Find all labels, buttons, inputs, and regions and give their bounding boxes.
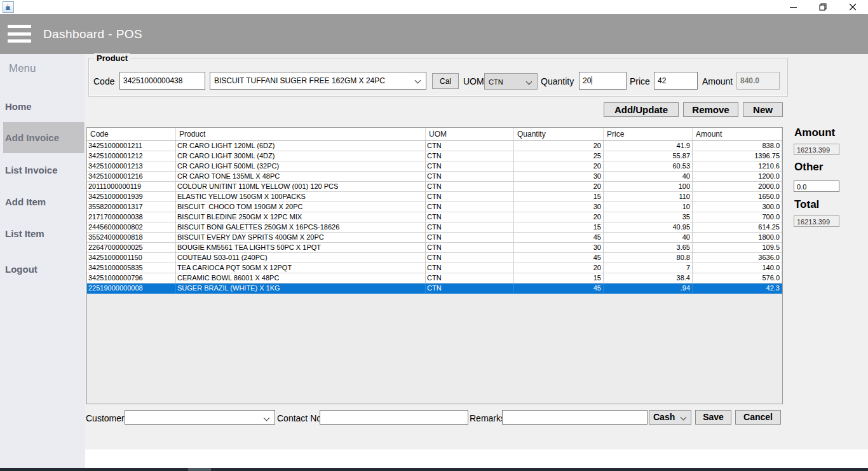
table-cell: 40.95 (604, 222, 693, 232)
column-header[interactable]: Code (87, 128, 176, 140)
chevron-down-icon (681, 414, 687, 421)
table-cell: 300.0 (693, 202, 782, 212)
table-cell: 34251000001212 (87, 151, 176, 161)
table-cell: CR CARO LIGHT 500ML (32PC) (176, 161, 426, 171)
table-cell: CR CARO LIGHT 120ML (6DZ) (176, 141, 426, 151)
save-button[interactable]: Save (695, 410, 731, 425)
sidebar-item-add-item[interactable]: Add Item (5, 196, 46, 207)
table-row[interactable]: 24456000000802BISCUIT BONI GALETTES 250G… (87, 222, 782, 233)
table-cell: BOUGIE KM5561 TEA LIGHTS 50PC X 1PQT (176, 243, 426, 252)
table-row[interactable]: 22519000000008SUGER BRAZIL (WHITE) X 1KG… (87, 283, 782, 294)
table-cell: 614.25 (693, 222, 782, 232)
table-cell: 60.53 (604, 161, 693, 171)
price-input[interactable]: 42 (654, 72, 698, 90)
table-row[interactable]: 34251000001150COUTEAU S03-011 (240PC)CTN… (87, 253, 782, 263)
java-coffee-icon (4, 3, 12, 11)
close-button[interactable] (837, 0, 868, 14)
table-cell: 30 (514, 202, 604, 212)
table-cell: 34251000001216 (87, 172, 176, 181)
pos-app-window: Dashboard - POS Menu Home Add Invoice Li… (0, 0, 868, 471)
table-cell: 20111000000119 (87, 182, 176, 191)
minimize-button[interactable] (779, 0, 808, 14)
text-caret (592, 76, 592, 85)
table-row[interactable]: 35524000000818BISCUIT EVERY DAY SPRITS 4… (87, 233, 782, 243)
table-cell: CTN (426, 253, 514, 263)
table-row[interactable]: 34251000001939ELASTIC YELLOW 150GM X 100… (87, 192, 782, 202)
taskbar-active-app-segment (188, 468, 211, 471)
add-update-button[interactable]: Add/Update (604, 102, 679, 117)
column-header[interactable]: UOM (426, 128, 514, 140)
contact-no-label: Contact No (277, 413, 322, 423)
quantity-label: Quantity (541, 76, 574, 86)
contact-no-input[interactable] (320, 410, 468, 425)
table-cell: 45 (514, 233, 604, 242)
table-cell: 22647000000025 (87, 243, 176, 252)
table-cell: CR CARO TONE 135ML X 48PC (176, 172, 426, 181)
sidebar-item-label: Add Invoice (5, 132, 59, 143)
table-cell: 100 (604, 182, 693, 191)
table-cell: CTN (426, 151, 514, 161)
table-row[interactable]: 20111000000119COLOUR UNITINT 110ML YELLO… (87, 182, 782, 192)
sidebar-item-list-invoice[interactable]: List Invoice (5, 165, 58, 175)
java-app-icon (3, 1, 14, 13)
table-cell: CTN (426, 233, 514, 242)
remarks-input[interactable] (502, 410, 648, 425)
table-cell: 1650.0 (693, 192, 782, 201)
table-cell: 42.3 (693, 283, 782, 293)
table-cell: COUTEAU S03-011 (240PC) (176, 253, 426, 263)
table-cell: 3.65 (604, 243, 693, 252)
column-header[interactable]: Price (604, 128, 693, 140)
table-cell: 140.0 (693, 263, 782, 273)
new-button[interactable]: New (743, 102, 783, 117)
uom-select[interactable]: CTN (484, 73, 538, 90)
table-cell: CERAMIC BOWL 86001 X 48PC (176, 273, 426, 283)
cal-button[interactable]: Cal (432, 73, 459, 89)
table-row[interactable]: 34251000005835TEA CARIOCA PQT 50GM X 12P… (87, 263, 782, 273)
column-header[interactable]: Amount (693, 128, 782, 140)
product-select[interactable]: BISCUIT TUFFANI SUGER FREE 162GM X 24PC (210, 72, 426, 90)
column-header[interactable]: Product (176, 128, 426, 140)
table-row[interactable]: 21717000000038BISCUIT BLEDINE 250GM X 12… (87, 212, 782, 222)
code-label: Code (93, 76, 114, 86)
remove-button[interactable]: Remove (683, 102, 738, 117)
customer-select[interactable] (125, 410, 275, 425)
table-cell: 35 (604, 212, 693, 222)
table-row[interactable]: 34251000001213CR CARO LIGHT 500ML (32PC)… (87, 161, 782, 172)
table-row[interactable]: 35582000001317BISCUIT CHOCO TOM 190GM X … (87, 202, 782, 212)
quantity-input[interactable]: 20 (579, 72, 627, 90)
restore-button[interactable] (808, 0, 837, 14)
column-header[interactable]: Quantity (514, 128, 604, 140)
payment-type-select[interactable]: Cash (649, 410, 691, 425)
table-row[interactable]: 34251000001211CR CARO LIGHT 120ML (6DZ)C… (87, 141, 782, 151)
table-cell: 35524000000818 (87, 233, 176, 242)
product-groupbox-title: Product (94, 53, 130, 63)
sidebar-item-home[interactable]: Home (5, 101, 32, 112)
other-input[interactable]: 0.0 (794, 181, 839, 192)
chevron-down-icon (415, 78, 421, 84)
table-row[interactable]: 34251000001212CR CARO LIGHT 300ML (4DZ)C… (87, 151, 782, 161)
table-header-row: CodeProductUOMQuantityPriceAmount (87, 128, 782, 141)
table-cell: CTN (426, 222, 514, 232)
table-cell: ELASTIC YELLOW 150GM X 100PACKS (176, 192, 426, 201)
table-row[interactable]: 34251000001216CR CARO TONE 135ML X 48PCC… (87, 172, 782, 182)
table-row[interactable]: 22647000000025BOUGIE KM5561 TEA LIGHTS 5… (87, 243, 782, 253)
sidebar-item-logout[interactable]: Logout (5, 264, 37, 275)
table-cell: 34251000000796 (87, 273, 176, 283)
table-cell: 30 (514, 172, 604, 181)
hamburger-menu-icon[interactable] (8, 25, 31, 43)
table-row[interactable]: 34251000000796CERAMIC BOWL 86001 X 48PCC… (87, 273, 782, 283)
table-cell: 15 (514, 273, 604, 283)
table-cell: CTN (426, 263, 514, 273)
sidebar-menu-label: Menu (9, 62, 36, 75)
code-input[interactable]: 34251000000438 (119, 72, 205, 90)
cancel-button[interactable]: Cancel (735, 410, 781, 425)
customer-label: Customer (86, 413, 125, 423)
table-cell: CTN (426, 273, 514, 283)
table-cell: 30 (514, 243, 604, 252)
page-title: Dashboard - POS (43, 14, 142, 54)
sidebar-item-list-item[interactable]: List Item (5, 228, 44, 239)
sidebar-item-add-invoice[interactable]: Add Invoice (3, 122, 85, 153)
table-cell: COLOUR UNITINT 110ML YELLOW (001) 120 PC… (176, 182, 426, 191)
payment-type-value: Cash (653, 412, 675, 422)
taskbar-edge (0, 468, 868, 471)
